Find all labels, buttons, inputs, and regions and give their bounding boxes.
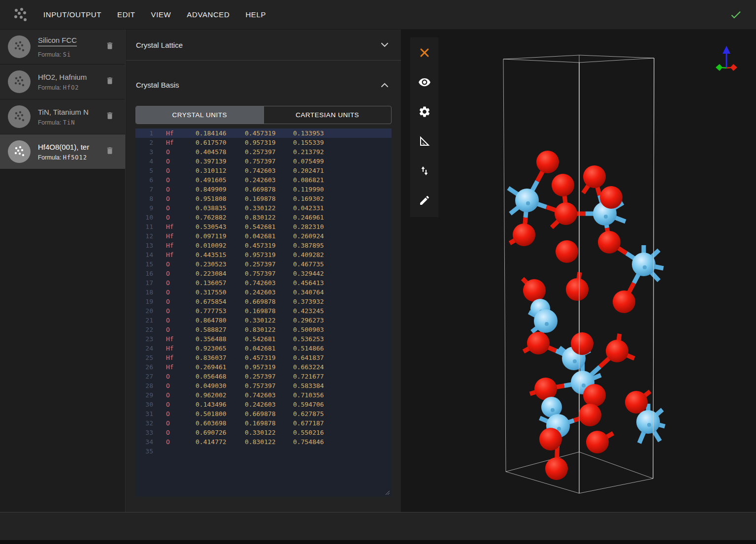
material-name[interactable]: HfO2, Hafnium <box>38 73 91 81</box>
basis-row-14[interactable]: 14 Hf 0.443515 0.957319 0.409282 <box>135 250 392 259</box>
atom-o[interactable] <box>566 278 589 301</box>
material-name[interactable]: Silicon FCC <box>38 36 77 46</box>
basis-row-30[interactable]: 30 O 0.143496 0.242603 0.594706 <box>135 400 392 409</box>
basis-row-26[interactable]: 26 Hf 0.269461 0.957319 0.663224 <box>135 362 392 372</box>
tab-cartesian-units[interactable]: CARTESIAN UNITS <box>263 106 392 124</box>
eye-icon[interactable] <box>416 74 433 91</box>
basis-row-15[interactable]: 15 O 0.230523 0.257397 0.467735 <box>135 259 392 269</box>
coord-x: 0.762882 <box>196 213 245 222</box>
menu-item-input-output[interactable]: INPUT/OUTPUT <box>42 7 102 22</box>
material-item-1[interactable]: Silicon FCC Formula: Si <box>0 30 125 64</box>
crystal-basis-header[interactable]: Crystal Basis <box>126 61 401 100</box>
measure-icon[interactable] <box>416 133 433 150</box>
crystal-structure-3d-view[interactable] <box>401 30 756 512</box>
delete-material-button[interactable] <box>105 75 115 87</box>
atom-o[interactable] <box>613 290 635 313</box>
atom-o[interactable] <box>534 378 557 400</box>
resize-handle[interactable] <box>384 489 390 495</box>
menu-item-advanced[interactable]: ADVANCED <box>186 7 230 22</box>
atom-o[interactable] <box>600 186 623 209</box>
basis-row-5[interactable]: 5 O 0.310112 0.742603 0.202471 <box>135 166 392 175</box>
app-logo-icon[interactable] <box>12 6 29 23</box>
basis-row-17[interactable]: 17 O 0.136057 0.742603 0.456413 <box>135 278 392 288</box>
trash-icon[interactable] <box>105 110 114 121</box>
basis-row-13[interactable]: 13 Hf 0.010092 0.457319 0.387895 <box>135 241 392 250</box>
atom-o[interactable] <box>625 391 648 414</box>
basis-row-2[interactable]: 2 Hf 0.617570 0.957319 0.155339 <box>135 138 392 147</box>
chevron-down-icon[interactable] <box>381 43 388 47</box>
delete-material-button[interactable] <box>105 145 115 157</box>
atom-o[interactable] <box>606 340 628 362</box>
basis-coordinates-editor[interactable]: 1 Hf 0.184146 0.457319 0.1339532 Hf 0.61… <box>135 128 392 497</box>
import-export-icon[interactable] <box>416 162 433 179</box>
basis-row-24[interactable]: 24 Hf 0.923065 0.042681 0.514866 <box>135 344 392 353</box>
atom-o[interactable] <box>513 224 535 246</box>
atom-o[interactable] <box>583 384 606 407</box>
basis-row-29[interactable]: 29 O 0.962002 0.742603 0.710356 <box>135 390 392 400</box>
basis-row-12[interactable]: 12 Hf 0.097119 0.042681 0.260924 <box>135 231 392 241</box>
atom-hf[interactable] <box>636 410 660 434</box>
material-item-2[interactable]: HfO2, Hafnium Formula: HfO2 <box>0 64 125 99</box>
atom-o[interactable] <box>536 151 559 173</box>
basis-row-19[interactable]: 19 O 0.675854 0.669878 0.373932 <box>135 297 392 306</box>
pencil-icon[interactable] <box>416 192 433 209</box>
atom-hf[interactable] <box>632 253 656 276</box>
basis-row-33[interactable]: 33 O 0.690726 0.330122 0.550216 <box>135 428 392 437</box>
basis-row-18[interactable]: 18 O 0.317550 0.242603 0.340764 <box>135 288 392 297</box>
delete-material-button[interactable] <box>105 40 115 52</box>
menu-item-edit[interactable]: EDIT <box>116 7 136 22</box>
structure-viewport[interactable] <box>401 30 756 512</box>
trash-icon[interactable] <box>105 145 114 156</box>
atom-o[interactable] <box>552 174 574 196</box>
basis-row-4[interactable]: 4 O 0.397139 0.757397 0.075499 <box>135 157 392 166</box>
menu-item-help[interactable]: HELP <box>244 7 267 22</box>
check-icon[interactable] <box>729 8 742 21</box>
atom-hf[interactable] <box>515 189 539 212</box>
material-name[interactable]: Hf4O8(001), ter <box>38 143 91 151</box>
basis-row-34[interactable]: 34 O 0.414772 0.830122 0.754846 <box>135 437 392 447</box>
atom-o[interactable] <box>545 457 568 480</box>
basis-row-16[interactable]: 16 O 0.223084 0.757397 0.329442 <box>135 269 392 278</box>
crystal-lattice-header[interactable]: Crystal Lattice <box>126 30 401 61</box>
atom-o[interactable] <box>583 165 606 188</box>
basis-row-23[interactable]: 23 Hf 0.356488 0.542681 0.536253 <box>135 334 392 344</box>
basis-row-20[interactable]: 20 O 0.777753 0.169878 0.423245 <box>135 306 392 316</box>
trash-icon[interactable] <box>105 40 114 51</box>
basis-row-6[interactable]: 6 O 0.491605 0.242603 0.086821 <box>135 175 392 185</box>
basis-row-9[interactable]: 9 O 0.038835 0.330122 0.042331 <box>135 203 392 213</box>
basis-row-21[interactable]: 21 O 0.864780 0.330122 0.296273 <box>135 316 392 325</box>
basis-row-3[interactable]: 3 O 0.404578 0.257397 0.213792 <box>135 147 392 157</box>
basis-row-1[interactable]: 1 Hf 0.184146 0.457319 0.133953 <box>135 128 392 138</box>
basis-row-32[interactable]: 32 O 0.603698 0.169878 0.677187 <box>135 418 392 428</box>
material-item-3[interactable]: TiN, Titanium N Formula: TiN <box>0 99 125 134</box>
basis-row-8[interactable]: 8 O 0.951808 0.169878 0.169302 <box>135 194 392 203</box>
atom-o[interactable] <box>556 240 578 263</box>
material-item-4[interactable]: Hf4O8(001), ter Formula: Hf5O12 <box>0 134 125 169</box>
material-name[interactable]: TiN, Titanium N <box>38 108 91 116</box>
atom-o[interactable] <box>598 231 621 254</box>
basis-row-28[interactable]: 28 O 0.049030 0.757397 0.583384 <box>135 381 392 390</box>
atom-hf[interactable] <box>534 309 558 333</box>
basis-row-22[interactable]: 22 O 0.588827 0.830122 0.500903 <box>135 325 392 334</box>
atom-o[interactable] <box>523 279 546 302</box>
atom-o[interactable] <box>527 332 550 354</box>
tab-crystal-units[interactable]: CRYSTAL UNITS <box>136 106 263 124</box>
basis-row-10[interactable]: 10 O 0.762882 0.830122 0.246961 <box>135 213 392 222</box>
basis-row-31[interactable]: 31 O 0.501800 0.669878 0.627875 <box>135 409 392 418</box>
atom-o[interactable] <box>555 202 577 225</box>
gear-icon[interactable] <box>416 103 433 120</box>
atom-o[interactable] <box>579 404 601 426</box>
atom-o[interactable] <box>539 428 562 450</box>
delete-material-button[interactable] <box>105 110 115 122</box>
close-icon[interactable] <box>416 44 433 61</box>
basis-row-7[interactable]: 7 O 0.849909 0.669878 0.119990 <box>135 185 392 194</box>
basis-row-25[interactable]: 25 Hf 0.836037 0.457319 0.641837 <box>135 353 392 362</box>
atom-o[interactable] <box>571 332 593 355</box>
basis-row-35[interactable]: 35 <box>135 447 392 456</box>
menu-item-view[interactable]: VIEW <box>150 7 172 22</box>
trash-icon[interactable] <box>105 75 114 86</box>
atom-o[interactable] <box>586 431 609 453</box>
basis-row-11[interactable]: 11 Hf 0.530543 0.542681 0.282310 <box>135 222 392 231</box>
basis-row-27[interactable]: 27 O 0.056468 0.257397 0.721677 <box>135 372 392 381</box>
chevron-up-icon[interactable] <box>381 83 388 87</box>
